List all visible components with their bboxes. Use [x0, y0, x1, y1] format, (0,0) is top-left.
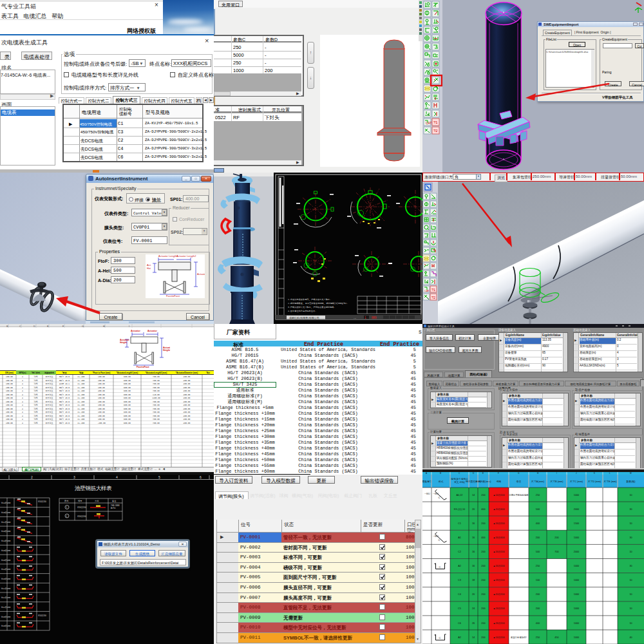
svg-text:平焊法兰: 平焊法兰	[46, 407, 53, 410]
svg-text:400.00: 400.00	[184, 419, 191, 421]
svg-text:26: 26	[472, 622, 475, 625]
svg-text:1000: 1000	[574, 622, 579, 625]
svg-text:600.00: 600.00	[124, 415, 131, 417]
svg-text:30: 30	[629, 565, 632, 567]
svg-text:平焊法兰: 平焊法兰	[46, 383, 53, 385]
svg-text:16: 16	[472, 551, 475, 553]
svg-text:1.本图按标准图集规范, 严格按图示尺寸施工.: 1.本图按标准图集规范, 严格按图示尺寸施工.	[288, 298, 331, 301]
svg-text:C1: C1	[458, 522, 461, 525]
svg-text:400.00: 400.00	[184, 390, 191, 392]
svg-text:*标准: *标准	[62, 372, 66, 374]
svg-text:A1: A1	[458, 536, 461, 539]
svg-text:450.00: 450.00	[98, 390, 105, 392]
svg-text:HG/T 20.5: HG/T 20.5	[59, 421, 70, 424]
svg-text:24: 24	[472, 607, 475, 610]
svg-text:CL.150: CL.150	[78, 412, 85, 413]
svg-text:150.00: 150.00	[6, 419, 13, 421]
svg-text:150.00: 150.00	[6, 386, 13, 388]
svg-text:600.00: 600.00	[124, 376, 131, 378]
svg-text:球阀: 球阀	[34, 386, 38, 388]
svg-text:...: ...	[354, 316, 356, 319]
svg-text:200: 200	[481, 622, 485, 625]
svg-text:Height: Height	[163, 349, 170, 352]
svg-text:400.00: 400.00	[184, 408, 191, 410]
svg-text:平焊法兰: 平焊法兰	[46, 379, 53, 381]
svg-text:400.00: 400.00	[184, 393, 191, 395]
svg-text:C6: C6	[458, 622, 461, 625]
svg-text:400: 400	[481, 536, 485, 539]
svg-text:700.00: 700.00	[153, 412, 160, 413]
svg-text:平焊法兰: 平焊法兰	[46, 414, 53, 417]
svg-text:1500: 1500	[574, 522, 579, 525]
svg-text:6: 6	[200, 475, 202, 479]
svg-text:500: 500	[536, 551, 540, 553]
svg-text:700.00: 700.00	[153, 379, 160, 381]
svg-text:▲20@400: ▲20@400	[493, 508, 504, 511]
svg-text:C: C	[439, 538, 440, 542]
svg-text:YHB-15MM: YHB-15MM	[111, 504, 119, 507]
svg-text:Φ18@200: Φ18@200	[1, 549, 10, 552]
svg-text:200: 200	[481, 579, 485, 582]
svg-text:4: 4	[22, 412, 23, 413]
svg-text:球阀: 球阀	[34, 393, 38, 395]
svg-text:400.00: 400.00	[184, 422, 191, 424]
svg-text:150.00: 150.00	[6, 397, 13, 399]
svg-text:400.00: 400.00	[184, 379, 191, 381]
svg-text:600.00: 600.00	[124, 422, 131, 424]
svg-text:备注: 备注	[112, 500, 116, 502]
svg-text:700.00: 700.00	[153, 376, 160, 378]
svg-text:平焊法兰: 平焊法兰	[46, 400, 53, 402]
svg-text:*Act: *Act	[206, 372, 210, 374]
svg-text:10: 10	[629, 593, 632, 596]
svg-text:CL.150: CL.150	[78, 376, 85, 378]
svg-text:4: 4	[22, 393, 23, 395]
svg-text:30: 30	[629, 536, 632, 539]
svg-text:10: 10	[629, 607, 632, 610]
svg-text:250: 250	[536, 565, 540, 567]
svg-text:150.00: 150.00	[98, 415, 105, 417]
svg-text:*Face to Face (mm): *Face to Face (mm)	[93, 372, 111, 374]
svg-text:大样: 大样	[95, 500, 99, 502]
svg-text:Φ18@200: Φ18@200	[1, 616, 10, 618]
svg-text:Φ14@200: Φ14@200	[38, 500, 46, 503]
svg-text:400.00: 400.00	[184, 401, 191, 402]
svg-text:4: 4	[116, 475, 118, 479]
svg-text:HG/T 20.5: HG/T 20.5	[59, 407, 70, 410]
svg-text:沿壁水平筋角处钢筋: 沿壁水平筋角处钢筋	[509, 493, 529, 497]
svg-text:1000: 1000	[574, 607, 579, 610]
svg-text:700.00: 700.00	[153, 390, 160, 392]
svg-text:1000: 1000	[574, 579, 579, 582]
svg-text:200: 200	[481, 551, 485, 553]
svg-text:600.00: 600.00	[124, 401, 131, 402]
svg-text:Φ16@200: Φ16@200	[77, 506, 86, 509]
svg-text:150.00: 150.00	[6, 401, 13, 402]
svg-text:C: C	[439, 565, 441, 569]
svg-text:600.00: 600.00	[124, 386, 131, 388]
svg-text:CL.150: CL.150	[78, 390, 85, 392]
svg-text:150.00: 150.00	[6, 422, 13, 424]
svg-text:成都亿科(有限责)有限公司: 成都亿科(有限责)有限公司	[289, 316, 319, 319]
svg-text:150.00: 150.00	[98, 379, 105, 381]
svg-text:200: 200	[536, 607, 540, 610]
svg-text:Φ12@150: Φ12@150	[1, 587, 10, 590]
svg-text:10: 10	[629, 579, 632, 582]
svg-text:400.00: 400.00	[184, 397, 191, 399]
svg-text:C: C	[439, 636, 441, 639]
svg-text:600.00: 600.00	[124, 383, 131, 385]
svg-text:球阀: 球阀	[34, 379, 38, 381]
svg-text:16: 16	[472, 522, 475, 525]
svg-text:700.00: 700.00	[153, 383, 160, 385]
svg-text:球阀: 球阀	[34, 407, 38, 410]
svg-text:600.00: 600.00	[124, 397, 131, 399]
svg-text:NPS(in): NPS(in)	[19, 372, 26, 374]
svg-text:400: 400	[536, 622, 540, 625]
svg-text:?2: ?2	[433, 129, 438, 133]
svg-text:CL.150: CL.150	[78, 383, 85, 385]
svg-text:C5: C5	[458, 607, 461, 610]
svg-text:600.00: 600.00	[124, 408, 131, 410]
svg-text:HG/T 20.5: HG/T 20.5	[59, 393, 70, 395]
svg-text:备注: 备注	[516, 480, 522, 483]
svg-text:150.00: 150.00	[98, 386, 105, 388]
svg-text:400: 400	[481, 508, 485, 511]
svg-text:Actuator: Actuator	[147, 330, 157, 332]
